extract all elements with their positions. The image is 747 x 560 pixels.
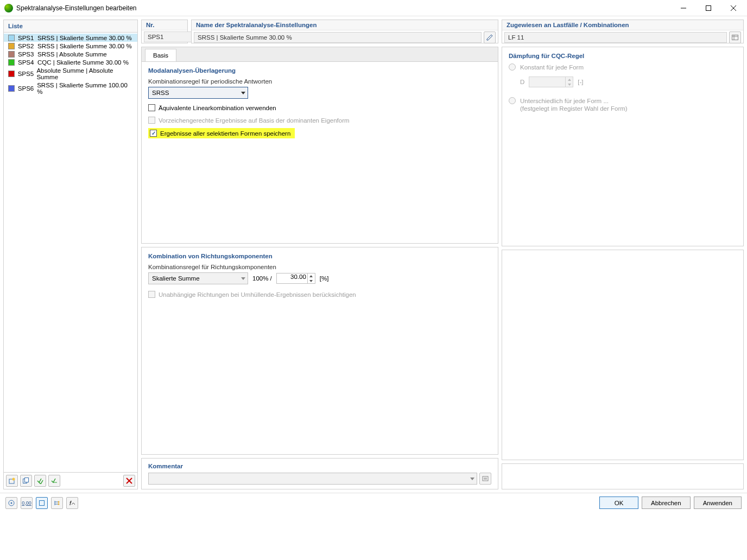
- list-item[interactable]: SPS1SRSS | Skalierte Summe 30.00 %: [4, 34, 137, 42]
- svg-marker-15: [309, 280, 313, 282]
- list-item[interactable]: SPS5Absolute Summe | Absolute Summe: [4, 66, 137, 81]
- function-button[interactable]: f: [66, 497, 78, 509]
- equiv-linear-checkbox[interactable]: [148, 104, 155, 111]
- body-row: Basis Modalanalysen-Überlagerung Kombina…: [141, 47, 744, 489]
- header-fields: Nr. Name der Spektralanalyse-Einstellung…: [141, 20, 744, 43]
- list-item-code: SPS5: [18, 71, 37, 77]
- direction-pct-value: 30.00: [290, 273, 306, 280]
- svg-point-27: [58, 501, 60, 502]
- list-item-label: SRSS | Skalierte Summe 100.00 %: [37, 82, 133, 95]
- titlebar: Spektralanalyse-Einstellungen bearbeiten: [0, 0, 747, 16]
- maximize-button[interactable]: [696, 0, 721, 16]
- direction-group: Kombination von Richtungskomponenten Kom…: [141, 247, 498, 455]
- svg-rect-23: [40, 500, 45, 505]
- signed-results-row: Vorzeichengerechte Ergebnisse auf Basis …: [148, 117, 491, 124]
- damping-diff-radio: [509, 97, 516, 104]
- comment-combo[interactable]: [148, 473, 477, 485]
- footer: 0,00 f OK Abbrechen Anwenden: [0, 493, 747, 512]
- copy-item-button[interactable]: [20, 475, 32, 487]
- content-panel: Nr. Name der Spektralanalyse-Einstellung…: [141, 20, 744, 489]
- check-all-button[interactable]: [34, 475, 46, 487]
- damping-d-unit: [-]: [578, 79, 583, 85]
- color-swatch: [8, 51, 15, 58]
- direction-rule-value: Skalierte Summe: [152, 275, 200, 282]
- svg-marker-19: [568, 79, 571, 81]
- new-item-button[interactable]: [6, 475, 18, 487]
- tab-strip: Basis: [142, 47, 498, 61]
- chevron-down-icon: [241, 92, 245, 94]
- direction-rule-row: Skalierte Summe 100% / 30.00 [%]: [148, 272, 491, 284]
- help-button[interactable]: [5, 497, 17, 509]
- save-results-checkbox[interactable]: [150, 130, 157, 137]
- modal-section-title: Modalanalysen-Überlagerung: [148, 67, 491, 74]
- list-item-label: Absolute Summe | Absolute Summe: [36, 67, 133, 80]
- name-label: Name der Spektralanalyse-Einstellungen: [192, 20, 498, 30]
- direction-pct-prefix: 100% /: [252, 275, 272, 282]
- assigned-box: Zugewiesen an Lastfälle / Kombinationen: [502, 20, 744, 43]
- tab-content-basis: Modalanalysen-Überlagerung Kombinationsr…: [142, 61, 498, 243]
- nr-label: Nr.: [142, 20, 187, 30]
- ok-button[interactable]: OK: [599, 497, 638, 509]
- chevron-down-icon: [241, 277, 245, 280]
- list-item-code: SPS1: [18, 35, 37, 41]
- list-panel: Liste SPS1SRSS | Skalierte Summe 30.00 %…: [3, 20, 138, 489]
- comment-edit-button[interactable]: [479, 473, 491, 485]
- direction-rule-combo[interactable]: Skalierte Summe: [148, 272, 248, 284]
- equiv-linear-row[interactable]: Äquivalente Linearkombination verwenden: [148, 104, 491, 111]
- comment-group: Kommentar: [141, 458, 498, 489]
- name-input[interactable]: [194, 32, 482, 43]
- direction-title: Kombination von Richtungskomponenten: [148, 253, 491, 259]
- damping-diff-label: Unterschiedlich für jede Form ... (festg…: [520, 97, 628, 112]
- periodic-rule-combo[interactable]: SRSS: [148, 87, 248, 99]
- comment-title: Kommentar: [148, 463, 491, 469]
- list-item-label: CQC | Skalierte Summe 30.00 %: [37, 59, 129, 66]
- side-spacer-2: [502, 463, 744, 489]
- close-button[interactable]: [721, 0, 746, 16]
- list-item[interactable]: SPS3SRSS | Absolute Summe: [4, 50, 137, 58]
- list-item[interactable]: SPS4CQC | Skalierte Summe 30.00 %: [4, 58, 137, 66]
- color-swatch: [8, 43, 15, 49]
- damping-const-radio: [509, 63, 516, 71]
- indep-directions-row: Unabhängige Richtungen bei Umhüllende-Er…: [148, 291, 491, 298]
- list-item[interactable]: SPS2SRSS | Skalierte Summe 30.00 %: [4, 42, 137, 50]
- save-results-label: Ergebnisse aller selektierten Formen spe…: [160, 130, 290, 137]
- assigned-details-button[interactable]: [729, 31, 741, 43]
- edit-name-button[interactable]: [484, 31, 496, 43]
- damping-const-row: Konstant für jede Form: [509, 63, 737, 71]
- settings-list[interactable]: SPS1SRSS | Skalierte Summe 30.00 %SPS2SR…: [4, 33, 137, 472]
- svg-marker-14: [309, 275, 313, 277]
- cancel-button[interactable]: Abbrechen: [642, 497, 691, 509]
- units-button[interactable]: 0,00: [21, 497, 33, 509]
- damping-title: Dämpfung für CQC-Regel: [509, 53, 737, 59]
- periodic-rule-value: SRSS: [152, 90, 169, 96]
- save-results-row[interactable]: Ergebnisse aller selektierten Formen spe…: [148, 128, 295, 138]
- minimize-button[interactable]: [671, 0, 696, 16]
- apply-button[interactable]: Anwenden: [694, 497, 742, 509]
- assigned-input[interactable]: [504, 32, 727, 43]
- svg-rect-11: [732, 35, 738, 40]
- list-header: Liste: [4, 20, 137, 33]
- damping-diff-row: Unterschiedlich für jede Form ... (festg…: [509, 97, 737, 112]
- indep-directions-label: Unabhängige Richtungen bei Umhüllende-Er…: [159, 291, 356, 298]
- damping-d-input: [529, 77, 573, 87]
- damping-const-label: Konstant für jede Form: [520, 63, 584, 71]
- view-button[interactable]: [36, 497, 48, 509]
- chevron-down-icon: [470, 478, 474, 480]
- svg-rect-16: [483, 476, 488, 481]
- svg-point-5: [12, 478, 15, 481]
- signed-results-label: Vorzeichengerechte Ergebnisse auf Basis …: [159, 117, 350, 124]
- uncheck-all-button[interactable]: [48, 475, 60, 487]
- direction-pct-spinner[interactable]: [307, 273, 315, 283]
- tree-button[interactable]: [51, 497, 63, 509]
- color-swatch: [8, 71, 15, 77]
- svg-point-28: [58, 503, 60, 505]
- signed-results-checkbox: [148, 117, 155, 124]
- direction-pct-input[interactable]: 30.00: [276, 273, 315, 284]
- nr-box: Nr.: [141, 20, 188, 43]
- delete-item-button[interactable]: [123, 475, 135, 487]
- name-box: Name der Spektralanalyse-Einstellungen: [191, 20, 498, 43]
- main-column: Basis Modalanalysen-Überlagerung Kombina…: [141, 47, 498, 489]
- list-item[interactable]: SPS6SRSS | Skalierte Summe 100.00 %: [4, 81, 137, 96]
- damping-group: Dämpfung für CQC-Regel Konstant für jede…: [502, 47, 744, 246]
- tab-basis[interactable]: Basis: [145, 49, 176, 61]
